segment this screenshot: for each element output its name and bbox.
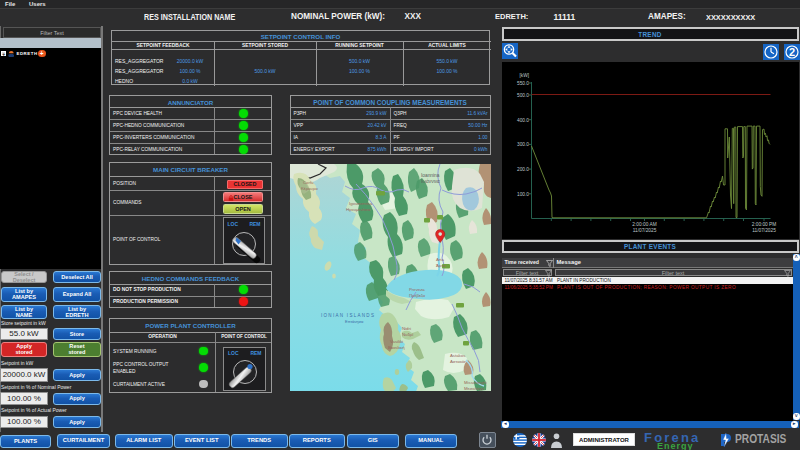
svg-text:500.0: 500.0 — [516, 93, 528, 98]
svg-text:2:00:00 AM: 2:00:00 AM — [632, 222, 656, 227]
svg-text:Ιωάννινα: Ιωάννινα — [421, 178, 440, 184]
svg-text:Επτάνησα: Επτάνησα — [345, 319, 364, 324]
svg-text:11/07/2025: 11/07/2025 — [632, 228, 656, 233]
svg-text:Κέρκυρα: Κέρκυρα — [301, 186, 318, 191]
svg-text:300.0: 300.0 — [516, 142, 528, 147]
svg-text:200.0: 200.0 — [516, 167, 528, 172]
svg-text:Missolonghi: Missolonghi — [464, 380, 487, 385]
svg-text:Μεσολόγγι: Μεσολόγγι — [464, 386, 484, 391]
svg-text:400.0: 400.0 — [516, 118, 528, 123]
svg-text:Αστακός: Αστακός — [450, 359, 466, 364]
svg-text:Arta: Arta — [436, 257, 444, 262]
svg-text:[kW]: [kW] — [519, 73, 529, 78]
svg-text:Άρτα: Άρτα — [436, 263, 446, 268]
svg-text:Astakos: Astakos — [450, 353, 465, 358]
svg-text:Corfu: Corfu — [303, 180, 314, 185]
svg-text:Πρέβεζα: Πρέβεζα — [409, 293, 425, 298]
svg-text:Νυδρί: Νυδρί — [402, 332, 413, 337]
svg-text:550.0: 550.0 — [516, 81, 528, 86]
svg-text:2: 2 — [789, 46, 795, 58]
svg-text:Igoumenitsa: Igoumenitsa — [349, 201, 373, 206]
svg-text:Vasiliki: Vasiliki — [390, 339, 403, 344]
svg-text:2:00:00 PM: 2:00:00 PM — [751, 222, 776, 227]
svg-text:100.0: 100.0 — [516, 192, 528, 197]
svg-text:11/07/2025: 11/07/2025 — [752, 228, 776, 233]
svg-text:IONIAN ISLANDS: IONIAN ISLANDS — [321, 313, 375, 318]
svg-text:Preveza: Preveza — [409, 287, 425, 292]
svg-text:Ioannina: Ioannina — [421, 173, 440, 178]
svg-text:Ηγουμενίτσα: Ηγουμενίτσα — [346, 207, 371, 212]
svg-text:Βασιλική: Βασιλική — [388, 345, 405, 350]
svg-text:Nidri: Nidri — [402, 326, 411, 331]
